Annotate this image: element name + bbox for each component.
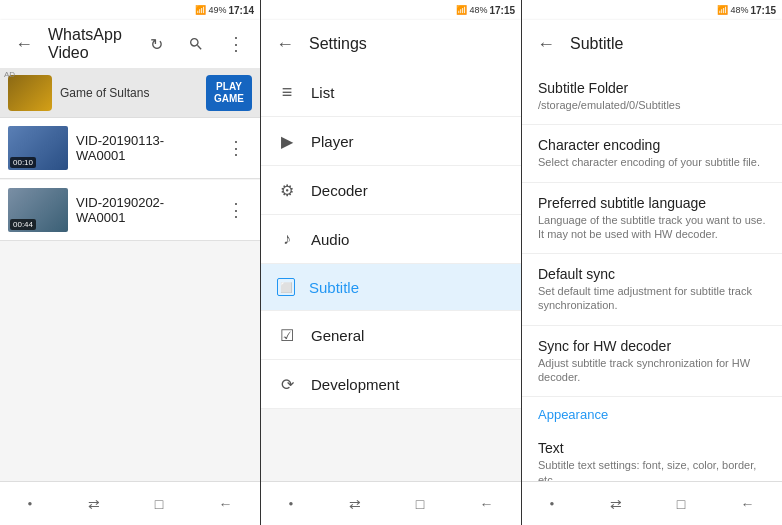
nav-home-3[interactable]: □ <box>677 496 685 512</box>
ad-image <box>8 75 52 111</box>
nav-back-1[interactable]: ← <box>218 496 232 512</box>
settings-list: ≡ List ▶ Player ⚙ Decoder ♪ Audio ⬜ Subt… <box>261 68 521 481</box>
settings-label-general: General <box>311 327 364 344</box>
video-item-1[interactable]: 00:10 VID-20190113-WA0001 ⋮ <box>0 118 260 179</box>
time-1: 17:14 <box>228 5 254 16</box>
list-icon: ≡ <box>277 82 297 102</box>
text-item[interactable]: Text Subtitle text settings: font, size,… <box>522 428 782 481</box>
video-thumb-2: 00:44 <box>8 188 68 232</box>
character-encoding-desc: Select character encoding of your subtit… <box>538 155 766 169</box>
settings-label-development: Development <box>311 376 399 393</box>
status-bar-1: 📶 49% 17:14 <box>0 0 260 20</box>
app-bar-1: ← WhatsApp Video ↻ ⋮ <box>0 20 260 68</box>
appearance-header: Appearance <box>522 397 782 428</box>
video-list: 00:10 VID-20190113-WA0001 ⋮ 00:44 VID-20… <box>0 118 260 481</box>
nav-home-1[interactable]: □ <box>155 496 163 512</box>
refresh-button[interactable]: ↻ <box>140 28 172 60</box>
panel-settings: 📶 48% 17:15 ← Settings ≡ List ▶ Player ⚙… <box>261 0 522 525</box>
subtitle-panel-title: Subtitle <box>570 35 774 53</box>
video-name-2: VID-20190202-WA0001 <box>76 195 212 225</box>
text-desc: Subtitle text settings: font, size, colo… <box>538 458 766 481</box>
general-icon: ☑ <box>277 325 297 345</box>
ad-banner: AD Game of Sultans PLAYGAME <box>0 68 260 118</box>
ad-title: Game of Sultans <box>60 86 198 100</box>
nav-recent-3[interactable]: ⇄ <box>610 496 622 512</box>
settings-label-player: Player <box>311 133 354 150</box>
status-bar-3: 📶 48% 17:15 <box>522 0 782 20</box>
settings-item-player[interactable]: ▶ Player <box>261 117 521 166</box>
preferred-language-title: Preferred subtitle language <box>538 195 766 211</box>
sync-hw-title: Sync for HW decoder <box>538 338 766 354</box>
nav-recent-1[interactable]: ⇄ <box>88 496 100 512</box>
nav-dot-1[interactable]: ● <box>28 499 33 508</box>
video-info-1: VID-20190113-WA0001 <box>76 133 212 163</box>
app-bar-3: ← Subtitle <box>522 20 782 68</box>
video-more-1[interactable]: ⋮ <box>220 132 252 164</box>
subtitle-folder-desc: /storage/emulated/0/Subtitles <box>538 98 766 112</box>
video-name-1: VID-20190113-WA0001 <box>76 133 212 163</box>
app-bar-2: ← Settings <box>261 20 521 68</box>
sync-hw-desc: Adjust subtitle track synchronization fo… <box>538 356 766 385</box>
settings-item-list[interactable]: ≡ List <box>261 68 521 117</box>
settings-label-audio: Audio <box>311 231 349 248</box>
panel-subtitle: 📶 48% 17:15 ← Subtitle Subtitle Folder /… <box>522 0 782 525</box>
battery-text-2: 48% <box>469 5 487 15</box>
bottom-nav-2: ● ⇄ □ ← <box>261 481 521 525</box>
time-3: 17:15 <box>750 5 776 16</box>
settings-item-subtitle[interactable]: ⬜ Subtitle <box>261 264 521 311</box>
text-title: Text <box>538 440 766 456</box>
time-2: 17:15 <box>489 5 515 16</box>
back-button-1[interactable]: ← <box>8 28 40 60</box>
sync-hw-item[interactable]: Sync for HW decoder Adjust subtitle trac… <box>522 326 782 398</box>
nav-dot-3[interactable]: ● <box>550 499 555 508</box>
preferred-language-desc: Language of the subtitle track you want … <box>538 213 766 242</box>
back-button-3[interactable]: ← <box>530 28 562 60</box>
character-encoding-title: Character encoding <box>538 137 766 153</box>
settings-item-development[interactable]: ⟳ Development <box>261 360 521 409</box>
development-icon: ⟳ <box>277 374 297 394</box>
subtitle-folder-title: Subtitle Folder <box>538 80 766 96</box>
nav-home-2[interactable]: □ <box>416 496 424 512</box>
audio-icon: ♪ <box>277 229 297 249</box>
video-item-2[interactable]: 00:44 VID-20190202-WA0001 ⋮ <box>0 180 260 241</box>
settings-label-subtitle: Subtitle <box>309 279 359 296</box>
search-button[interactable] <box>180 28 212 60</box>
nav-back-3[interactable]: ← <box>740 496 754 512</box>
settings-title: Settings <box>309 35 513 53</box>
settings-item-audio[interactable]: ♪ Audio <box>261 215 521 264</box>
status-icons-1: 📶 49% 17:14 <box>195 5 254 16</box>
battery-text-3: 48% <box>730 5 748 15</box>
decoder-icon: ⚙ <box>277 180 297 200</box>
ad-label: AD <box>4 70 15 79</box>
settings-item-general[interactable]: ☑ General <box>261 311 521 360</box>
nav-recent-2[interactable]: ⇄ <box>349 496 361 512</box>
bottom-nav-3: ● ⇄ □ ← <box>522 481 782 525</box>
default-sync-desc: Set default time adjustment for subtitle… <box>538 284 766 313</box>
app-title-1: WhatsApp Video <box>48 26 132 62</box>
back-button-2[interactable]: ← <box>269 28 301 60</box>
video-thumb-1: 00:10 <box>8 126 68 170</box>
duration-2: 00:44 <box>10 219 36 230</box>
subtitle-folder-item[interactable]: Subtitle Folder /storage/emulated/0/Subt… <box>522 68 782 125</box>
player-icon: ▶ <box>277 131 297 151</box>
play-game-button[interactable]: PLAYGAME <box>206 75 252 111</box>
status-icons-3: 📶 48% 17:15 <box>717 5 776 16</box>
signal-icon-2: 📶 <box>456 5 467 15</box>
settings-label-list: List <box>311 84 334 101</box>
subtitle-settings-list: Subtitle Folder /storage/emulated/0/Subt… <box>522 68 782 481</box>
status-icons-2: 📶 48% 17:15 <box>456 5 515 16</box>
preferred-language-item[interactable]: Preferred subtitle language Language of … <box>522 183 782 255</box>
settings-item-decoder[interactable]: ⚙ Decoder <box>261 166 521 215</box>
bottom-nav-1: ● ⇄ □ ← <box>0 481 260 525</box>
settings-label-decoder: Decoder <box>311 182 368 199</box>
battery-text-1: 49% <box>208 5 226 15</box>
signal-icon-3: 📶 <box>717 5 728 15</box>
nav-back-2[interactable]: ← <box>479 496 493 512</box>
character-encoding-item[interactable]: Character encoding Select character enco… <box>522 125 782 182</box>
video-more-2[interactable]: ⋮ <box>220 194 252 226</box>
more-button-1[interactable]: ⋮ <box>220 28 252 60</box>
default-sync-item[interactable]: Default sync Set default time adjustment… <box>522 254 782 326</box>
duration-1: 00:10 <box>10 157 36 168</box>
nav-dot-2[interactable]: ● <box>289 499 294 508</box>
video-info-2: VID-20190202-WA0001 <box>76 195 212 225</box>
